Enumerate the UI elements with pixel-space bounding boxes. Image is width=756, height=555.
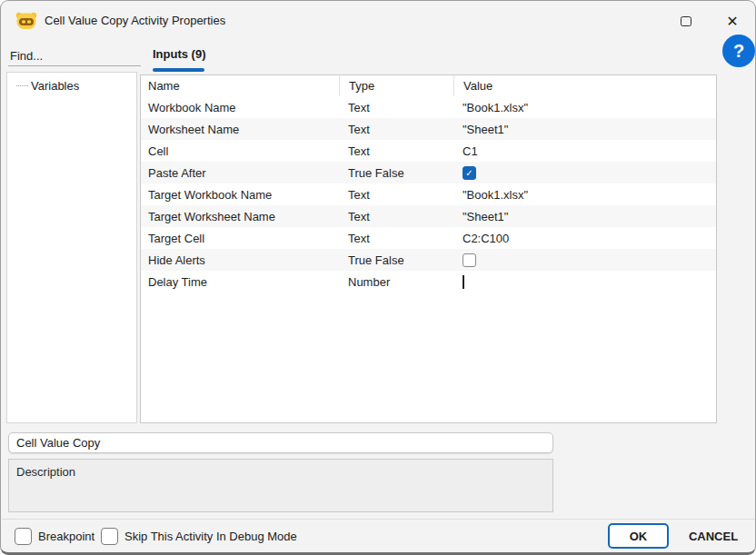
cell-type: Text xyxy=(339,144,453,158)
cell-name: Delay Time xyxy=(141,275,339,289)
cancel-button[interactable]: CANCEL xyxy=(679,523,748,549)
column-header-name: Name xyxy=(141,79,339,93)
value-text: "Book1.xlsx" xyxy=(463,188,528,202)
cell-name: Cell xyxy=(141,144,339,158)
table-row: Paste After True False ✓ xyxy=(141,162,716,183)
find-input[interactable]: Find... xyxy=(8,46,141,66)
close-icon: ✕ xyxy=(726,13,738,30)
tab-inputs[interactable]: Inputs (9) xyxy=(153,47,206,61)
properties-dialog: Cell Value Copy Activity Properties ✕ ? … xyxy=(0,0,756,555)
cell-type: True False xyxy=(339,166,453,180)
help-icon: ? xyxy=(733,41,744,62)
cell-value[interactable]: ✓ xyxy=(453,166,716,180)
checkbox-unchecked-icon[interactable] xyxy=(463,253,476,267)
table-row: Delay Time Number xyxy=(141,271,716,292)
column-header-type: Type xyxy=(339,75,453,96)
cell-value[interactable] xyxy=(453,253,716,267)
breakpoint-checkbox[interactable] xyxy=(15,528,32,545)
table-body: Workbook Name Text "Book1.xlsx" Workshee… xyxy=(141,96,716,292)
table-header: Name Type Value xyxy=(141,75,716,96)
cell-value[interactable]: "Book1.xlsx" xyxy=(453,101,716,114)
title-bar[interactable]: Cell Value Copy Activity Properties ✕ xyxy=(1,1,755,42)
skip-debug-checkbox[interactable] xyxy=(101,528,118,545)
maximize-button[interactable] xyxy=(673,8,699,34)
cell-name: Hide Alerts xyxy=(141,253,339,267)
table-row: Worksheet Name Text "Sheet1" xyxy=(141,118,716,140)
help-button[interactable]: ? xyxy=(722,35,755,67)
cell-value[interactable]: "Book1.xlsx" xyxy=(453,188,716,202)
cell-name: Target Cell xyxy=(141,232,339,245)
description-textarea[interactable]: Description xyxy=(8,459,553,512)
table-row: Workbook Name Text "Book1.xlsx" xyxy=(141,96,716,118)
column-header-value: Value xyxy=(453,75,716,96)
table-row: Hide Alerts True False xyxy=(141,249,716,271)
robot-app-icon xyxy=(15,9,38,33)
cell-name: Target Worksheet Name xyxy=(141,210,339,223)
value-text: "Sheet1" xyxy=(463,123,508,136)
value-text: "Sheet1" xyxy=(463,210,508,223)
cell-name: Paste After xyxy=(141,166,339,180)
checkbox-checked-icon[interactable]: ✓ xyxy=(463,166,476,180)
activity-name-input[interactable]: Cell Value Copy xyxy=(8,432,553,453)
window-title: Cell Value Copy Activity Properties xyxy=(45,14,225,27)
skip-debug-label: Skip This Activity In Debug Mode xyxy=(124,530,297,543)
table-row: Cell Text C1 xyxy=(141,140,716,162)
text-caret xyxy=(463,275,464,289)
table-row: Target Cell Text C2:C100 xyxy=(141,227,716,249)
cell-value[interactable]: "Sheet1" xyxy=(453,210,716,223)
value-text: "Book1.xlsx" xyxy=(463,101,528,114)
tree-item-variables[interactable]: Variables xyxy=(7,79,136,93)
tree-item-label: Variables xyxy=(31,79,79,93)
close-button[interactable]: ✕ xyxy=(719,7,746,35)
cell-type: Text xyxy=(339,123,453,136)
tree-connector xyxy=(16,85,28,86)
cell-type: Text xyxy=(339,188,453,202)
value-text: C2:C100 xyxy=(463,232,509,245)
cell-name: Workbook Name xyxy=(141,101,339,114)
inputs-table: Name Type Value Workbook Name Text "Book… xyxy=(140,74,717,423)
breakpoint-label: Breakpoint xyxy=(38,530,94,543)
cell-type: Text xyxy=(339,232,453,245)
ok-button[interactable]: OK xyxy=(608,523,669,549)
value-text: C1 xyxy=(463,144,478,158)
table-row: Target Workbook Name Text "Book1.xlsx" xyxy=(141,183,716,205)
cell-type: Number xyxy=(339,275,453,289)
cell-value[interactable]: "Sheet1" xyxy=(453,123,716,136)
cell-name: Worksheet Name xyxy=(141,123,339,136)
maximize-icon xyxy=(681,16,691,26)
tab-active-underline xyxy=(153,68,204,72)
table-row: Target Worksheet Name Text "Sheet1" xyxy=(141,205,716,227)
cell-value[interactable]: C1 xyxy=(453,144,716,158)
cell-name: Target Workbook Name xyxy=(141,188,339,202)
cell-type: Text xyxy=(339,101,453,114)
variables-tree-panel: Variables xyxy=(6,72,137,423)
cell-value[interactable] xyxy=(453,275,716,289)
footer-divider xyxy=(2,519,756,520)
cell-type: Text xyxy=(339,210,453,223)
cell-value[interactable]: C2:C100 xyxy=(453,232,716,245)
cell-type: True False xyxy=(339,253,453,267)
